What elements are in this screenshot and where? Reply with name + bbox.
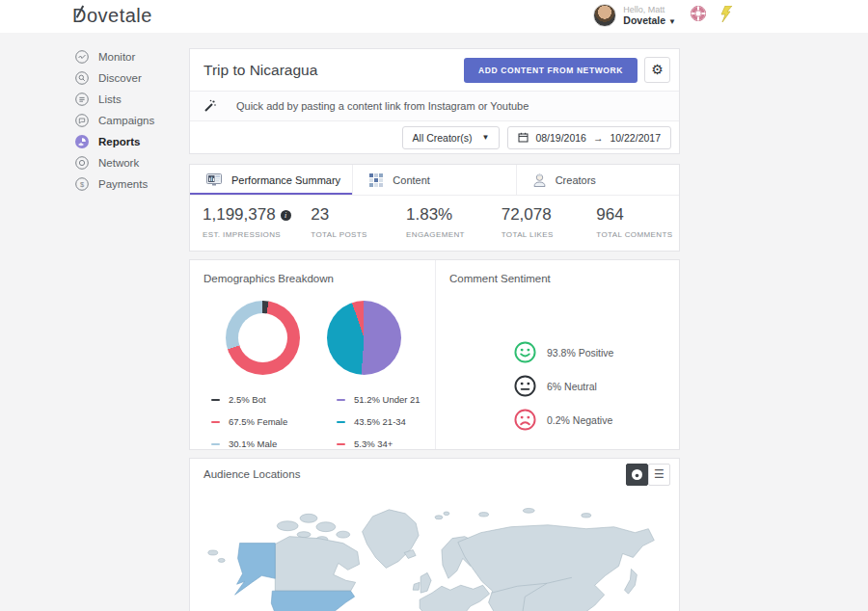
- svg-text:$: $: [80, 180, 85, 189]
- world-map: [190, 490, 681, 611]
- sidebar-item-label: Network: [98, 157, 139, 169]
- stat-total-likes: 72,078TOTAL LIKES: [489, 196, 584, 251]
- chevron-down-icon: ▼: [481, 133, 489, 142]
- sidebar-item-label: Reports: [98, 136, 140, 147]
- stat-engagement: 1.83%ENGAGEMENT: [393, 196, 489, 251]
- sidebar-item-campaigns[interactable]: Campaigns: [0, 110, 189, 131]
- campaigns-icon: [75, 114, 89, 127]
- demographics-title: Demographics Breakdown: [203, 273, 435, 284]
- page-title: Trip to Nicaragua: [203, 62, 464, 79]
- settings-gear-button[interactable]: ⚙: [644, 57, 670, 83]
- avatar[interactable]: [593, 4, 616, 27]
- dovetale-logo: Dovetale: [72, 5, 152, 27]
- content-grid-icon: [369, 173, 383, 187]
- gender-donut-chart: [226, 301, 300, 375]
- network-icon: [75, 156, 89, 170]
- info-icon[interactable]: i: [281, 210, 291, 221]
- tab-performance-summary[interactable]: Performance Summary: [190, 165, 353, 195]
- legend-item: 30.1% Male: [211, 433, 315, 455]
- top-header: Dovetale Hello, Matt Dovetale▼: [0, 0, 868, 33]
- lists-icon: [75, 93, 89, 106]
- tab-label: Content: [393, 174, 430, 186]
- sidebar-item-monitor[interactable]: Monitor: [0, 46, 189, 67]
- add-content-button[interactable]: ADD CONTENT FROM NETWORK: [464, 58, 637, 83]
- account-name: Dovetale: [623, 14, 665, 26]
- sidebar-item-reports[interactable]: Reports: [0, 131, 189, 152]
- audience-title: Audience Locations: [203, 468, 626, 480]
- tab-label: Performance Summary: [231, 174, 340, 186]
- sentiment-negative-row: 0.2% Negative: [514, 403, 679, 437]
- legend-dash: [337, 399, 345, 401]
- sentiment-section: Comment Sentiment 93.8% Positive: [435, 260, 679, 449]
- smiley-neutral-icon: [514, 375, 536, 397]
- chevron-down-icon: ▼: [668, 17, 676, 26]
- legend-dash: [211, 399, 220, 401]
- sidebar-item-discover[interactable]: Discover: [0, 67, 189, 89]
- legend-dash: [211, 421, 220, 423]
- sentiment-neutral-row: 6% Neutral: [514, 369, 679, 403]
- dashboard-icon: [206, 173, 222, 186]
- date-arrow: →: [593, 132, 604, 144]
- reports-icon: [75, 135, 89, 148]
- legend-item: 2.5% Bot: [211, 388, 315, 411]
- legend-dash: [337, 421, 345, 423]
- sidebar-item-lists[interactable]: Lists: [0, 89, 189, 110]
- audience-locations-card: Audience Locations ☰: [189, 458, 680, 611]
- search-icon: [75, 71, 89, 85]
- monitor-icon: [75, 50, 89, 64]
- smiley-negative-icon: [514, 409, 536, 431]
- age-pie-chart: [327, 301, 401, 375]
- sidebar-item-payments[interactable]: $ Payments: [0, 173, 189, 195]
- gear-icon: ⚙: [651, 62, 664, 77]
- payments-icon: $: [75, 177, 89, 191]
- sidebar-item-network[interactable]: Network: [0, 152, 189, 173]
- report-tabs: Performance Summary Content Creators: [190, 165, 679, 195]
- sidebar-item-label: Discover: [98, 72, 142, 84]
- globe-pin-icon: [631, 468, 643, 481]
- tab-label: Creators: [556, 174, 596, 186]
- tab-creators[interactable]: Creators: [517, 165, 679, 195]
- quick-add-text: Quick add by pasting a content link from…: [236, 100, 529, 112]
- summary-card: Performance Summary Content Creators: [189, 164, 680, 252]
- date-range-picker[interactable]: 08/19/2016 → 10/22/2017: [507, 126, 671, 149]
- date-end: 10/22/2017: [610, 132, 661, 144]
- quick-add-bar[interactable]: Quick add by pasting a content link from…: [190, 91, 679, 120]
- help-lifebuoy-icon[interactable]: [690, 5, 707, 26]
- tab-content[interactable]: Content: [353, 165, 516, 195]
- list-icon: ☰: [654, 468, 665, 480]
- legend-dash: [337, 443, 345, 445]
- sidebar-nav: Monitor Discover Lists Campaigns Reports…: [0, 46, 189, 195]
- sidebar-item-label: Payments: [98, 178, 148, 190]
- demographics-section: Demographics Breakdown 2.5% Bot 67.5% Fe…: [190, 260, 435, 449]
- stats-row: 1,199,378i EST. IMPRESSIONS 23TOTAL POST…: [190, 195, 679, 251]
- person-icon: [533, 173, 546, 187]
- sidebar-item-label: Campaigns: [98, 115, 154, 126]
- legend-item: 5.3% 34+: [337, 433, 420, 455]
- sentiment-title: Comment Sentiment: [449, 273, 679, 284]
- magic-wand-icon: [203, 99, 216, 113]
- sidebar-item-label: Monitor: [98, 51, 135, 63]
- creator-filter-dropdown[interactable]: All Creator(s)▼: [402, 126, 501, 149]
- stat-total-comments: 964TOTAL COMMENTS: [583, 196, 679, 251]
- stat-total-posts: 23TOTAL POSTS: [298, 196, 393, 251]
- legend-item: 43.5% 21-34: [337, 411, 420, 433]
- map-view-toggle[interactable]: [626, 464, 648, 486]
- calendar-icon: [518, 132, 529, 143]
- date-start: 08/19/2016: [535, 132, 586, 144]
- list-view-toggle[interactable]: ☰: [648, 464, 670, 486]
- legend-item: 51.2% Under 21: [337, 388, 420, 411]
- campaign-header-card: Trip to Nicaragua ADD CONTENT FROM NETWO…: [189, 48, 680, 154]
- greeting-text: Hello, Matt: [623, 5, 676, 14]
- stat-est-impressions: 1,199,378i EST. IMPRESSIONS: [190, 196, 298, 251]
- lightning-bolt-icon[interactable]: [720, 6, 733, 26]
- legend-item: 67.5% Female: [211, 411, 315, 433]
- demographics-sentiment-card: Demographics Breakdown 2.5% Bot 67.5% Fe…: [189, 259, 680, 450]
- legend-dash: [211, 443, 220, 445]
- sidebar-item-label: Lists: [98, 93, 122, 105]
- sentiment-positive-row: 93.8% Positive: [514, 335, 679, 369]
- smiley-positive-icon: [514, 341, 536, 363]
- account-menu[interactable]: Hello, Matt Dovetale▼: [593, 4, 676, 27]
